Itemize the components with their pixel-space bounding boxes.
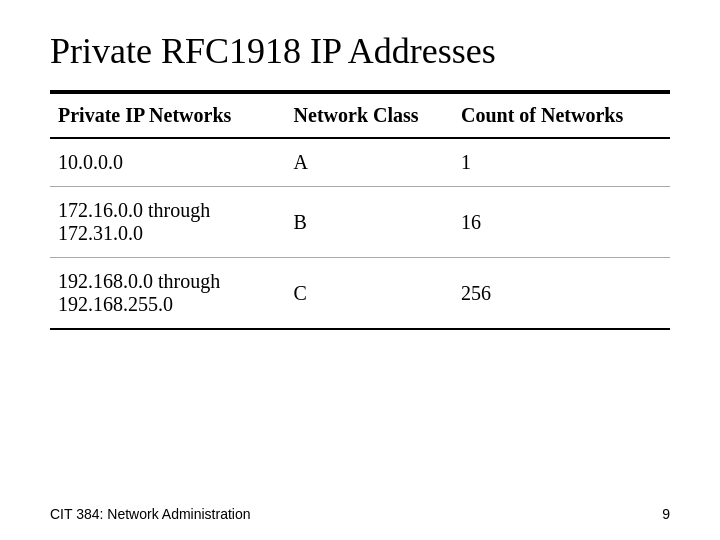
cell-network-1: 10.0.0.0: [50, 138, 286, 187]
cell-count-1: 1: [453, 138, 670, 187]
header-private-ip-networks: Private IP Networks: [50, 93, 286, 138]
footer: CIT 384: Network Administration 9: [0, 506, 720, 522]
footer-course: CIT 384: Network Administration: [50, 506, 251, 522]
cell-network-3: 192.168.0.0 through192.168.255.0: [50, 258, 286, 330]
table-header-row: Private IP Networks Network Class Count …: [50, 93, 670, 138]
page-title: Private RFC1918 IP Addresses: [50, 30, 670, 72]
cell-count-2: 16: [453, 187, 670, 258]
table-row: 192.168.0.0 through192.168.255.0 C 256: [50, 258, 670, 330]
cell-class-1: A: [286, 138, 453, 187]
footer-page-number: 9: [662, 506, 670, 522]
table-row: 172.16.0.0 through172.31.0.0 B 16: [50, 187, 670, 258]
header-count-of-networks: Count of Networks: [453, 93, 670, 138]
cell-count-3: 256: [453, 258, 670, 330]
header-network-class: Network Class: [286, 93, 453, 138]
cell-class-3: C: [286, 258, 453, 330]
cell-network-2: 172.16.0.0 through172.31.0.0: [50, 187, 286, 258]
page: Private RFC1918 IP Addresses Private IP …: [0, 0, 720, 540]
rfc1918-table: Private IP Networks Network Class Count …: [50, 92, 670, 330]
cell-class-2: B: [286, 187, 453, 258]
table-row: 10.0.0.0 A 1: [50, 138, 670, 187]
